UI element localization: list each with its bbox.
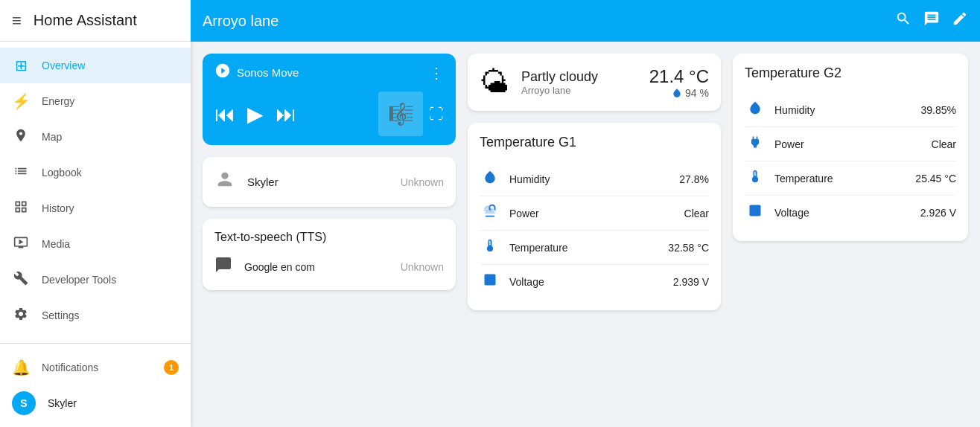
g2-power-row: Power Clear: [745, 127, 956, 161]
sidebar-label-settings: Settings: [42, 309, 179, 321]
g2-voltage-icon: [745, 203, 766, 222]
sidebar-item-settings[interactable]: Settings: [0, 298, 191, 333]
sonos-header: Sonos Move ⋮: [214, 62, 444, 83]
sidebar-label-logbook: Logbook: [42, 167, 179, 179]
overview-icon: ⊞: [12, 57, 30, 74]
sidebar-item-energy[interactable]: ⚡ Energy: [0, 83, 191, 119]
sidebar-item-media[interactable]: Media: [0, 226, 191, 262]
user-name: Skyler: [48, 397, 77, 409]
next-track-icon[interactable]: ⏭: [276, 102, 296, 126]
g1-humidity-icon: [480, 170, 500, 188]
g1-voltage-value: 2.939 V: [673, 276, 709, 288]
sidebar-label-map: Map: [42, 131, 179, 143]
notifications-badge: 1: [164, 360, 179, 375]
sidebar-label-history: History: [42, 202, 179, 214]
sidebar-item-notifications[interactable]: 🔔 Notifications 1: [0, 350, 191, 385]
edit-icon[interactable]: [952, 10, 968, 31]
map-icon: [12, 128, 30, 147]
g1-power-value: Clear: [684, 208, 709, 219]
energy-icon: ⚡: [12, 92, 30, 110]
temp-g1-card: Temperature G1 Humidity 27.8% Power Clea…: [468, 123, 721, 310]
sidebar-item-developer-tools[interactable]: Developer Tools: [0, 262, 191, 298]
g1-temp-row: Temperature 32.58 °C: [480, 231, 709, 265]
g2-humidity-name: Humidity: [774, 104, 912, 116]
sidebar-item-logbook[interactable]: Logbook: [0, 155, 191, 190]
g2-humidity-row: Humidity 39.85%: [745, 93, 956, 127]
weather-card: 🌤 Partly cloudy Arroyo lane 21.4 °C 94 %: [468, 54, 721, 111]
user-item[interactable]: S Skyler: [0, 385, 191, 421]
weather-right: 21.4 °C 94 %: [649, 66, 709, 99]
weather-icon: 🌤: [480, 65, 509, 99]
sidebar-item-overview[interactable]: ⊞ Overview: [0, 48, 191, 83]
g2-voltage-row: Voltage 2.926 V: [745, 196, 956, 229]
temp-g1-title: Temperature G1: [480, 135, 709, 150]
menu-icon[interactable]: ≡: [12, 11, 22, 30]
settings-icon: [12, 306, 30, 325]
content-area: Sonos Move ⋮ ⏮ ▶ ⏭ 🎼 ⛶: [191, 42, 980, 427]
sonos-controls-row: ⏮ ▶ ⏭ 🎼 ⛶: [214, 92, 444, 136]
humidity-value: 94 %: [685, 87, 709, 99]
person-icon: [214, 169, 235, 195]
tts-card: Text-to-speech (TTS) Google en com Unkno…: [203, 219, 456, 290]
g2-humidity-value: 39.85%: [921, 104, 956, 116]
weather-temperature: 21.4 °C: [649, 66, 709, 87]
app-title: Home Assistant: [34, 12, 137, 29]
tts-item: Google en com Unknown: [214, 256, 444, 278]
temp-g2-title: Temperature G2: [745, 65, 956, 81]
sidebar-label-media: Media: [42, 238, 179, 250]
sidebar-footer: 🔔 Notifications 1 S Skyler: [0, 343, 191, 427]
sidebar-item-map[interactable]: Map: [0, 119, 191, 155]
tts-item-status: Unknown: [401, 261, 444, 273]
tts-title: Text-to-speech (TTS): [214, 231, 444, 244]
g1-voltage-icon: [480, 272, 500, 291]
sonos-controls: ⏮ ▶ ⏭: [214, 102, 296, 126]
sidebar-header: ≡ Home Assistant: [0, 0, 191, 42]
play-icon[interactable]: ▶: [247, 102, 264, 126]
g2-power-value: Clear: [932, 138, 956, 150]
tts-icon: [214, 256, 232, 278]
media-icon: [12, 235, 30, 254]
weather-info: Partly cloudy Arroyo lane: [521, 69, 637, 96]
weather-condition: Partly cloudy: [521, 69, 637, 85]
logbook-icon: [12, 164, 30, 182]
prev-track-icon[interactable]: ⏮: [214, 102, 235, 126]
notifications-icon: 🔔: [12, 359, 30, 376]
search-icon[interactable]: [895, 10, 911, 31]
sonos-title-row: Sonos Move: [214, 62, 299, 83]
g2-temp-value: 25.45 °C: [915, 173, 956, 184]
user-avatar: S: [12, 391, 36, 415]
sonos-fullscreen-icon[interactable]: ⛶: [429, 106, 444, 123]
topbar-title: Arroyo lane: [203, 13, 279, 30]
g1-power-name: Power: [509, 208, 675, 219]
g2-temp-icon: [745, 169, 766, 187]
left-column: Sonos Move ⋮ ⏮ ▶ ⏭ 🎼 ⛶: [203, 54, 456, 415]
sidebar: ≡ Home Assistant ⊞ Overview ⚡ Energy Map…: [0, 0, 191, 427]
sidebar-nav: ⊞ Overview ⚡ Energy Map Logbook History: [0, 42, 191, 343]
topbar-actions: [895, 10, 968, 31]
sonos-device-icon: [214, 62, 231, 83]
sonos-album-art: 🎼: [378, 92, 423, 136]
g1-humidity-value: 27.8%: [679, 173, 709, 185]
g2-temp-name: Temperature: [774, 173, 906, 184]
g2-power-icon: [745, 135, 766, 153]
g1-voltage-row: Voltage 2.939 V: [480, 265, 709, 298]
right-column: Temperature G2 Humidity 39.85% Power Cle…: [733, 54, 968, 415]
g1-power-icon: [480, 204, 500, 222]
g1-humidity-name: Humidity: [509, 173, 670, 185]
middle-column: 🌤 Partly cloudy Arroyo lane 21.4 °C 94 %…: [468, 54, 721, 415]
sonos-name: Sonos Move: [237, 66, 299, 79]
tts-item-name: Google en com: [244, 261, 389, 273]
g1-temp-value: 32.58 °C: [668, 242, 709, 254]
topbar: Arroyo lane: [191, 0, 980, 42]
g2-humidity-icon: [745, 100, 766, 119]
sonos-card: Sonos Move ⋮ ⏮ ▶ ⏭ 🎼 ⛶: [203, 54, 456, 145]
g2-power-name: Power: [774, 138, 923, 150]
sonos-more-icon[interactable]: ⋮: [429, 64, 444, 82]
sidebar-item-history[interactable]: History: [0, 190, 191, 226]
chat-icon[interactable]: [923, 10, 940, 31]
main-content: Arroyo lane So: [191, 0, 980, 427]
person-card: Skyler Unknown: [203, 157, 456, 207]
weather-location: Arroyo lane: [521, 85, 637, 96]
g2-temp-row: Temperature 25.45 °C: [745, 161, 956, 196]
weather-humidity: 94 %: [649, 87, 709, 99]
